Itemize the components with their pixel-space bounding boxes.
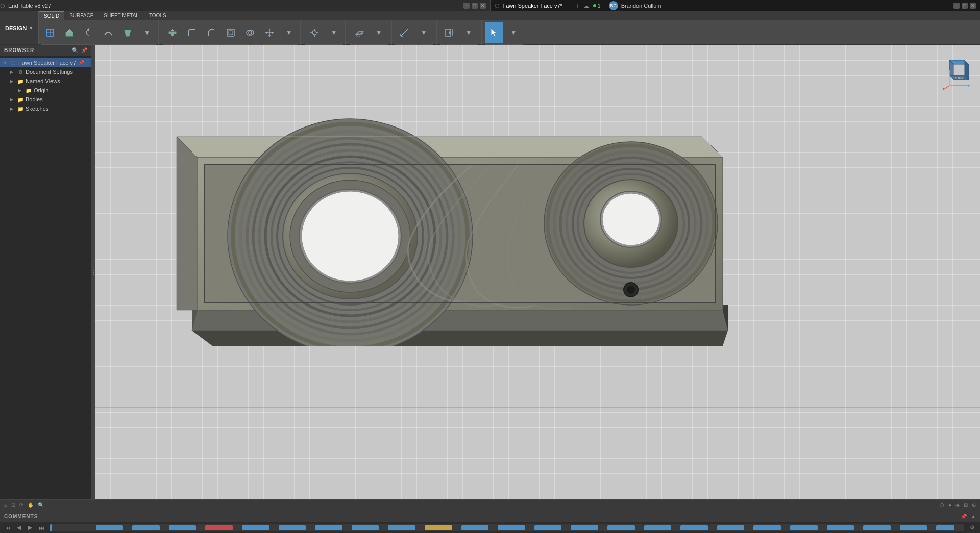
tree-item-sketches[interactable]: ▶ 📁 Sketches (0, 104, 91, 113)
btn-assemble-more[interactable]: ▼ (325, 22, 343, 43)
display-mode-btn[interactable]: ⬡ (940, 502, 944, 508)
select-buttons: ▼ (485, 22, 523, 43)
design-dropdown[interactable]: DESIGN ▼ (0, 11, 39, 44)
timeline-item-3[interactable] (205, 525, 233, 530)
cloud-status-icon[interactable]: ☁ (584, 3, 589, 9)
timeline-item-10[interactable] (461, 525, 489, 530)
snap-btn[interactable]: ⊕ (972, 502, 976, 508)
effects-btn[interactable]: ◈ (955, 502, 960, 508)
btn-offset-plane[interactable] (350, 22, 369, 43)
btn-select[interactable] (485, 22, 503, 43)
timeline-item-15[interactable] (644, 525, 672, 530)
timeline-item-19[interactable] (790, 525, 818, 530)
btn-construct-more[interactable]: ▼ (370, 22, 388, 43)
close-btn-right[interactable]: ✕ (970, 3, 976, 9)
tree-item-origin[interactable]: ▶ 📁 Origin (0, 86, 91, 95)
browser-title: BROWSER (4, 47, 34, 53)
timeline-start-btn[interactable]: ⏮ (3, 523, 12, 532)
maximize-btn-left[interactable]: □ (472, 3, 478, 9)
btn-extrude[interactable] (60, 22, 79, 43)
btn-combine[interactable] (241, 22, 259, 43)
model-container (161, 86, 738, 346)
user-info[interactable]: BC Brandon Cullum (605, 1, 666, 10)
timeline-prev-btn[interactable]: ◀ (14, 523, 23, 532)
timeline-end-btn[interactable]: ⏭ (37, 523, 46, 532)
btn-loft[interactable] (118, 22, 137, 43)
svg-marker-19 (272, 32, 274, 34)
timeline-item-0[interactable] (96, 525, 124, 530)
minimize-btn-right[interactable]: − (953, 3, 960, 9)
btn-insert[interactable] (440, 22, 458, 43)
comments-expand[interactable]: ▲ (971, 514, 976, 519)
tab-sheet-metal[interactable]: SHEET METAL (99, 11, 144, 20)
timeline-item-20[interactable] (827, 525, 854, 530)
timeline-playhead[interactable] (50, 524, 52, 531)
timeline-item-9[interactable] (425, 525, 452, 530)
btn-press-pull[interactable] (163, 22, 182, 43)
timeline-item-13[interactable] (571, 525, 598, 530)
timeline-item-23[interactable] (936, 525, 954, 530)
bottom-bar: ⌂ ⊡ ⟳ ✋ 🔍 ⬡ ● ◈ ⊞ ⊕ (0, 499, 980, 511)
timeline-item-8[interactable] (388, 525, 415, 530)
tab-solid[interactable]: SOLID (39, 11, 64, 20)
tab-surface[interactable]: SURFACE (64, 11, 99, 20)
timeline-item-21[interactable] (863, 525, 891, 530)
timeline-item-22[interactable] (900, 525, 927, 530)
tree-item-bodies[interactable]: ▶ 📁 Bodies (0, 95, 91, 104)
timeline-item-4[interactable] (242, 525, 270, 530)
pan-btn[interactable]: ✋ (28, 502, 34, 508)
timeline-item-2[interactable] (169, 525, 197, 530)
minimize-btn-left[interactable]: − (463, 3, 470, 9)
btn-revolve[interactable] (80, 22, 98, 43)
timeline-settings-btn[interactable]: ⚙ (968, 523, 977, 532)
timeline-item-14[interactable] (607, 525, 635, 530)
btn-joint[interactable] (305, 22, 324, 43)
maximize-btn-right[interactable]: □ (962, 3, 968, 9)
insert-buttons: ▼ (440, 22, 478, 43)
tree-arrow-root: ▼ (3, 61, 8, 65)
close-btn-left[interactable]: ✕ (480, 3, 486, 9)
timeline-item-17[interactable] (717, 525, 745, 530)
tree-item-root[interactable]: ▼ ⬡ Fawn Speaker Face v7 📌 (0, 58, 91, 67)
btn-select-more[interactable]: ▼ (504, 22, 523, 43)
zoom-btn[interactable]: 🔍 (38, 502, 44, 508)
btn-insert-more[interactable]: ▼ (459, 22, 478, 43)
btn-chamfer[interactable] (202, 22, 220, 43)
add-window-btn[interactable]: + (576, 2, 580, 10)
tree-item-named-views[interactable]: ▶ 📁 Named Views (0, 77, 91, 86)
btn-more-create[interactable]: ▼ (138, 22, 156, 43)
toolbar: DESIGN ▼ SOLID SURFACE SHEET METAL TOOLS (0, 11, 980, 45)
view-cube[interactable]: TOP FRONT (939, 50, 975, 86)
comments-pin[interactable]: 📌 (961, 514, 967, 519)
orbit-btn[interactable]: ⟳ (19, 502, 23, 508)
timeline-item-5[interactable] (279, 525, 306, 530)
browser-pin-icon[interactable]: 📌 (81, 47, 87, 53)
timeline-item-7[interactable] (352, 525, 379, 530)
browser-search-icon[interactable]: 🔍 (72, 47, 78, 53)
tree-item-doc-settings[interactable]: ▶ ⚙ Document Settings (0, 67, 91, 77)
timeline-item-1[interactable] (132, 525, 160, 530)
svg-marker-8 (171, 29, 174, 31)
online-indicator: 1 (593, 3, 601, 9)
btn-shell[interactable] (222, 22, 240, 43)
btn-inspect-more[interactable]: ▼ (414, 22, 433, 43)
render-btn[interactable]: ● (948, 502, 951, 508)
btn-new-body[interactable] (41, 22, 59, 43)
home-btn[interactable]: ⌂ (4, 502, 7, 508)
btn-more-modify[interactable]: ▼ (280, 22, 298, 43)
btn-fillet[interactable] (183, 22, 201, 43)
btn-sweep[interactable] (99, 22, 117, 43)
tab-tools[interactable]: TOOLS (144, 11, 172, 20)
timeline-item-18[interactable] (753, 525, 781, 530)
timeline-item-11[interactable] (498, 525, 525, 530)
timeline-track[interactable] (50, 524, 964, 531)
fit-btn[interactable]: ⊡ (11, 502, 15, 508)
timeline-item-6[interactable] (315, 525, 342, 530)
timeline-play-btn[interactable]: ▶ (26, 523, 35, 532)
grid-btn[interactable]: ⊞ (964, 502, 968, 508)
timeline-item-16[interactable] (680, 525, 708, 530)
timeline-item-12[interactable] (534, 525, 562, 530)
btn-measure[interactable] (395, 22, 413, 43)
viewport[interactable]: TOP FRONT (95, 45, 980, 499)
btn-move[interactable] (260, 22, 279, 43)
